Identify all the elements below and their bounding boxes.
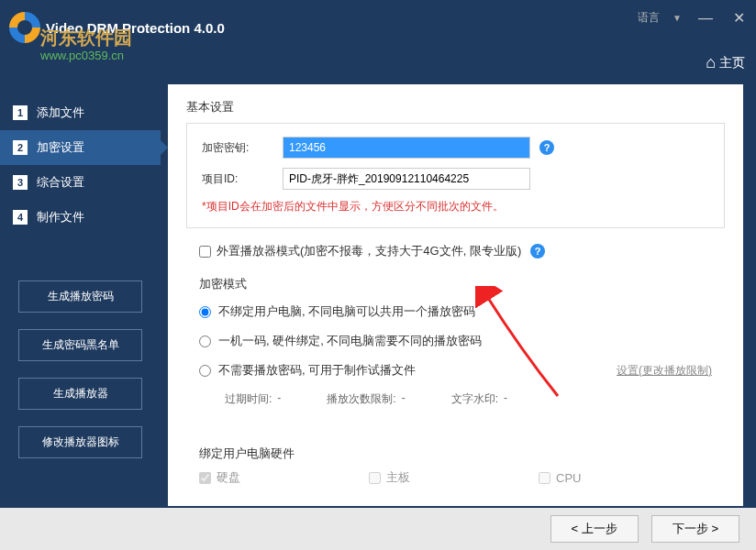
home-label: 主页 [719,55,745,72]
mode-option-no-bind[interactable]: 不绑定用户电脑, 不同电脑可以共用一个播放密码 [199,303,712,320]
bind-board-checkbox[interactable] [369,472,381,484]
main-panel: 基本设置 加密密钥: ? 项目ID: *项目ID会在加密后的文件中显示，方便区分… [168,84,743,506]
mode-label: 一机一码, 硬件绑定, 不同电脑需要不同的播放密码 [218,333,482,349]
gen-play-password-button[interactable]: 生成播放密码 [18,280,142,313]
language-dropdown-icon[interactable]: ▼ [673,13,682,23]
window-controls: 语言 ▼ — ✕ [638,7,749,28]
prev-button[interactable]: < 上一步 [550,515,639,543]
home-icon [706,53,716,72]
nav-num: 3 [13,175,28,190]
external-player-row[interactable]: 外置播放器模式(加密不报毒，支持大于4G文件, 限专业版) ? [186,243,725,259]
mode-radio-0[interactable] [199,306,211,318]
gen-password-blacklist-button[interactable]: 生成密码黑名单 [18,329,142,361]
play-limit-summary: 过期时间:- 播放次数限制:- 文字水印:- [199,391,712,407]
gen-player-button[interactable]: 生成播放器 [18,378,142,410]
nav-label: 添加文件 [37,104,84,121]
nav-num: 2 [13,140,28,155]
nav-item-general-settings[interactable]: 3 综合设置 [0,165,161,200]
bind-hardware-group: 绑定用户电脑硬件 硬盘 主板 CPU [186,442,725,490]
project-id-label: 项目ID: [202,171,283,187]
mode-radio-1[interactable] [199,336,211,347]
home-link[interactable]: 主页 [706,53,745,72]
title-bar: Video DRM Protection 4.0.0 河东软件园 www.pc0… [0,0,756,55]
language-label: 语言 [638,10,660,26]
sidebar: 1 添加文件 2 加密设置 3 综合设置 4 制作文件 生成播放密码 生成密码黑… [0,75,161,506]
encrypt-key-label: 加密密钥: [202,140,283,156]
watermark-url-text: www.pc0359.cn [40,49,132,62]
nav-label: 综合设置 [37,174,84,191]
mode-option-no-password[interactable]: 不需要播放密码, 可用于制作试播文件 设置(更改播放限制) [199,362,712,379]
external-player-checkbox[interactable] [199,246,211,258]
mode-radio-2[interactable] [199,365,211,377]
play-limit-settings-link[interactable]: 设置(更改播放限制) [617,363,712,379]
watermark-overlay: 河东软件园 www.pc0359.cn [40,26,132,62]
nav-item-encrypt-settings[interactable]: 2 加密设置 [0,130,161,165]
basic-section-title: 基本设置 [186,99,725,116]
nav-num: 1 [13,105,28,120]
mode-section-title: 加密模式 [186,276,725,292]
minimize-button[interactable]: — [695,8,717,28]
close-button[interactable]: ✕ [729,7,749,28]
text-watermark-label: 文字水印: [451,391,498,407]
text-watermark-value: - [504,391,507,407]
bind-cpu[interactable]: CPU [539,469,581,486]
mode-label: 不绑定用户电脑, 不同电脑可以共用一个播放密码 [218,303,475,320]
modify-player-icon-button[interactable]: 修改播放器图标 [18,426,142,458]
nav-item-add-file[interactable]: 1 添加文件 [0,95,161,130]
bottom-bar: < 上一步 下一步 > [0,508,756,550]
bind-board[interactable]: 主板 [369,469,410,486]
expire-label: 过期时间: [225,391,272,407]
nav-item-build-file[interactable]: 4 制作文件 [0,200,161,235]
nav-num: 4 [13,210,28,225]
encrypt-key-input[interactable] [283,137,530,159]
play-limit-label: 播放次数限制: [327,391,395,407]
help-icon[interactable]: ? [530,244,545,258]
project-id-warning: *项目ID会在加密后的文件中显示，方便区分不同批次的文件。 [202,199,709,214]
play-limit-value: - [402,391,406,407]
nav-label: 制作文件 [37,209,84,226]
bind-disk-checkbox[interactable] [199,472,211,484]
mode-label: 不需要播放密码, 可用于制作试播文件 [218,362,416,379]
external-player-label: 外置播放器模式(加密不报毒，支持大于4G文件, 限专业版) [217,243,521,259]
nav-label: 加密设置 [37,139,84,156]
app-logo-icon [9,12,40,43]
help-icon[interactable]: ? [539,140,554,155]
encrypt-mode-group: 不绑定用户电脑, 不同电脑可以共用一个播放密码 一机一码, 硬件绑定, 不同电脑… [186,300,725,418]
basic-fieldset: 加密密钥: ? 项目ID: *项目ID会在加密后的文件中显示，方便区分不同批次的… [186,123,725,228]
project-id-input[interactable] [283,168,530,190]
bind-disk[interactable]: 硬盘 [199,469,240,486]
watermark-cn-text: 河东软件园 [40,26,132,50]
next-button[interactable]: 下一步 > [651,515,739,543]
expire-value: - [277,391,281,407]
bind-section-title: 绑定用户电脑硬件 [199,446,712,462]
bind-cpu-checkbox[interactable] [539,472,550,484]
mode-option-hw-bind[interactable]: 一机一码, 硬件绑定, 不同电脑需要不同的播放密码 [199,333,712,349]
